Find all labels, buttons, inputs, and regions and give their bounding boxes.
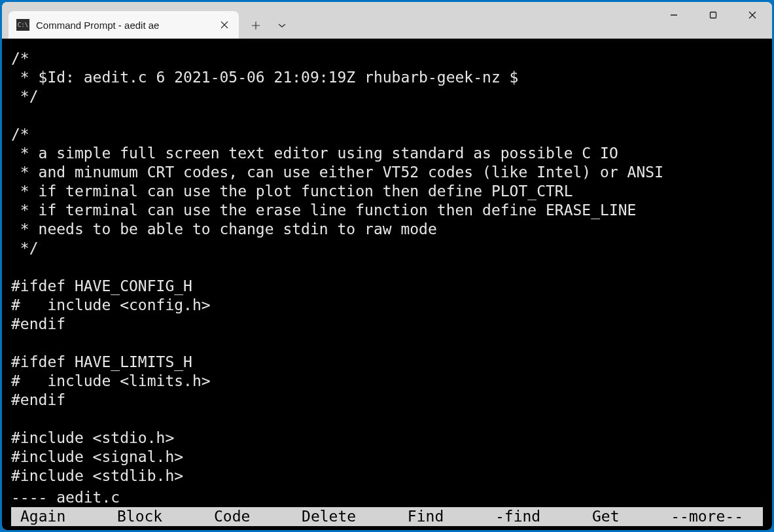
tab-strip: C:\ Command Prompt - aedit ae <box>2 2 295 39</box>
maximize-icon <box>709 10 718 20</box>
cmd-icon: C:\ <box>16 19 29 31</box>
minimize-icon <box>669 10 678 20</box>
close-window-button[interactable] <box>733 2 772 28</box>
tab-active[interactable]: C:\ Command Prompt - aedit ae <box>9 11 239 39</box>
tab-title: Command Prompt - aedit ae <box>36 20 211 31</box>
chevron-down-icon <box>277 23 287 28</box>
window-controls <box>654 2 772 28</box>
close-icon <box>748 10 757 20</box>
menu-more[interactable]: --more-- <box>671 507 743 526</box>
menu-code[interactable]: Code <box>214 507 250 526</box>
plus-icon <box>251 21 260 30</box>
menu-get[interactable]: Get <box>592 507 620 526</box>
menu-find-reverse[interactable]: -find <box>495 507 540 526</box>
maximize-button[interactable] <box>694 2 733 28</box>
tab-dropdown-button[interactable] <box>269 12 295 39</box>
close-tab-button[interactable] <box>218 18 231 31</box>
menu-block[interactable]: Block <box>117 507 162 526</box>
titlebar: C:\ Command Prompt - aedit ae <box>2 2 772 39</box>
terminal-window: C:\ Command Prompt - aedit ae <box>2 2 772 530</box>
terminal-content: /* * $Id: aedit.c 6 2021-05-06 21:09:19Z… <box>2 49 772 488</box>
minimize-button[interactable] <box>654 2 694 28</box>
menu-delete[interactable]: Delete <box>302 507 356 526</box>
close-icon <box>220 21 228 29</box>
status-line: ---- aedit.c <box>2 488 772 507</box>
svg-rect-5 <box>711 12 716 18</box>
menu-again[interactable]: Again <box>20 507 65 526</box>
editor-menu: Again Block Code Delete Find -find Get -… <box>11 507 763 526</box>
terminal-area[interactable]: /* * $Id: aedit.c 6 2021-05-06 21:09:19Z… <box>2 39 772 530</box>
new-tab-button[interactable] <box>243 12 269 39</box>
menu-find[interactable]: Find <box>408 507 444 526</box>
